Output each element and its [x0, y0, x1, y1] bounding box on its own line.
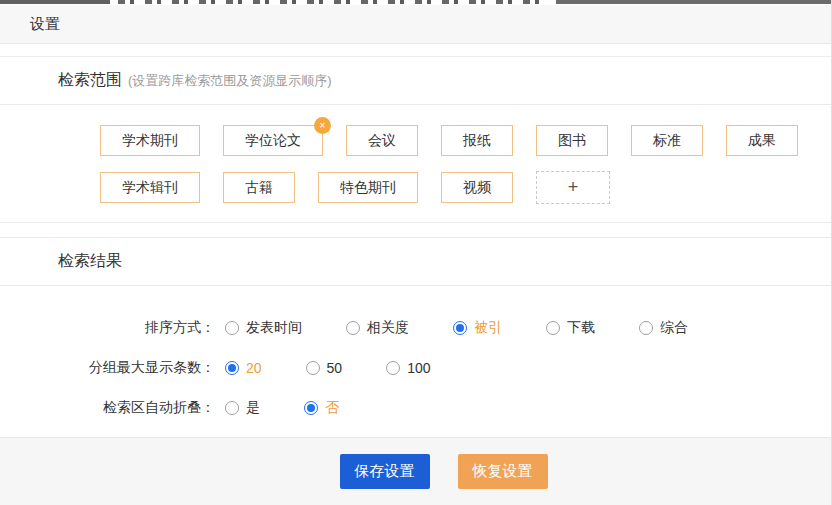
plus-icon: + [568, 177, 579, 198]
tag-ancient-books[interactable]: 古籍 [223, 172, 295, 203]
radio-icon [225, 321, 239, 335]
tag-label: 标准 [653, 132, 681, 150]
section-scope-title: 检索范围 [58, 70, 122, 91]
tag-row-2: 学术辑刊 古籍 特色期刊 视频 + [100, 171, 831, 204]
radio-label: 下载 [567, 319, 595, 337]
radio-cited[interactable]: 被引 [453, 319, 502, 337]
page-title: 设置 [30, 15, 60, 34]
radio-publish-time[interactable]: 发表时间 [225, 319, 302, 337]
radio-icon [546, 321, 560, 335]
radio-label: 20 [246, 360, 262, 376]
radio-relevance[interactable]: 相关度 [346, 319, 409, 337]
radio-icon [304, 401, 318, 415]
sort-mode-label: 排序方式： [0, 319, 215, 337]
radio-icon [453, 321, 467, 335]
tag-label: 学术辑刊 [122, 179, 178, 197]
group-max-label: 分组最大显示条数： [0, 359, 215, 377]
tag-academic-journal[interactable]: 学术期刊 [100, 125, 200, 156]
radio-label: 100 [407, 360, 430, 376]
restore-settings-button[interactable]: 恢复设置 [458, 454, 548, 489]
tag-label: 学位论文 [245, 132, 301, 150]
tag-newspaper[interactable]: 报纸 [441, 125, 513, 156]
footer-bar: 保存设置 恢复设置 [0, 437, 831, 505]
radio-label: 综合 [660, 319, 688, 337]
tag-label: 视频 [463, 179, 491, 197]
tag-book[interactable]: 图书 [536, 125, 608, 156]
radio-label: 是 [246, 399, 260, 417]
tag-label: 成果 [748, 132, 776, 150]
divider [0, 223, 831, 238]
tag-label: 特色期刊 [340, 179, 396, 197]
sort-mode-row: 排序方式： 发表时间 相关度 被引 下载 综合 [0, 308, 831, 348]
tag-label: 古籍 [245, 179, 273, 197]
auto-collapse-row: 检索区自动折叠： 是 否 [0, 388, 831, 428]
radio-icon [225, 361, 239, 375]
radio-icon [225, 401, 239, 415]
radio-icon [306, 361, 320, 375]
add-scope-button[interactable]: + [536, 171, 610, 204]
radio-label: 否 [325, 399, 339, 417]
divider [0, 44, 831, 57]
group-max-row: 分组最大显示条数： 20 50 100 [0, 348, 831, 388]
section-scope-subtitle: (设置跨库检索范围及资源显示顺序) [128, 72, 332, 90]
tag-label: 报纸 [463, 132, 491, 150]
tag-label: 图书 [558, 132, 586, 150]
clipped-dark-segment [556, 0, 831, 4]
group-max-options: 20 50 100 [225, 360, 475, 376]
section-results-title: 检索结果 [58, 251, 122, 272]
footer-buttons: 保存设置 恢复设置 [340, 454, 548, 489]
section-scope-header: 检索范围 (设置跨库检索范围及资源显示顺序) [0, 57, 831, 105]
clipped-underlying-page-strip [0, 0, 831, 5]
radio-yes[interactable]: 是 [225, 399, 260, 417]
radio-download[interactable]: 下载 [546, 319, 595, 337]
clipped-text-fragments [118, 0, 548, 4]
radio-icon [639, 321, 653, 335]
radio-icon [346, 321, 360, 335]
tag-dissertation[interactable]: 学位论文 × [223, 125, 323, 156]
clipped-dark-segment [0, 0, 110, 4]
radio-icon [386, 361, 400, 375]
scope-tags: 学术期刊 学位论文 × 会议 报纸 图书 标准 成果 学术辑刊 古籍 特色期刊 … [0, 105, 831, 223]
radio-comprehensive[interactable]: 综合 [639, 319, 688, 337]
tag-video[interactable]: 视频 [441, 172, 513, 203]
radio-no[interactable]: 否 [304, 399, 339, 417]
tag-special-journal[interactable]: 特色期刊 [318, 172, 418, 203]
radio-20[interactable]: 20 [225, 360, 262, 376]
tag-academic-series[interactable]: 学术辑刊 [100, 172, 200, 203]
tag-label: 会议 [368, 132, 396, 150]
radio-label: 发表时间 [246, 319, 302, 337]
tag-label: 学术期刊 [122, 132, 178, 150]
section-results-header: 检索结果 [0, 238, 831, 286]
results-settings-form: 排序方式： 发表时间 相关度 被引 下载 综合 分组最大显示条数： 20 50 … [0, 286, 831, 438]
auto-collapse-label: 检索区自动折叠： [0, 399, 215, 417]
panel-header: 设置 [0, 5, 831, 44]
radio-50[interactable]: 50 [306, 360, 343, 376]
tag-row-1: 学术期刊 学位论文 × 会议 报纸 图书 标准 成果 [100, 125, 831, 156]
remove-tag-icon[interactable]: × [314, 117, 331, 134]
tag-standard[interactable]: 标准 [631, 125, 703, 156]
tag-conference[interactable]: 会议 [346, 125, 418, 156]
sort-mode-options: 发表时间 相关度 被引 下载 综合 [225, 319, 732, 337]
settings-panel: 设置 检索范围 (设置跨库检索范围及资源显示顺序) 学术期刊 学位论文 × 会议… [0, 0, 832, 505]
radio-label: 相关度 [367, 319, 409, 337]
radio-label: 50 [327, 360, 343, 376]
save-settings-button[interactable]: 保存设置 [340, 454, 430, 489]
radio-100[interactable]: 100 [386, 360, 430, 376]
tag-achievement[interactable]: 成果 [726, 125, 798, 156]
radio-label: 被引 [474, 319, 502, 337]
auto-collapse-options: 是 否 [225, 399, 383, 417]
